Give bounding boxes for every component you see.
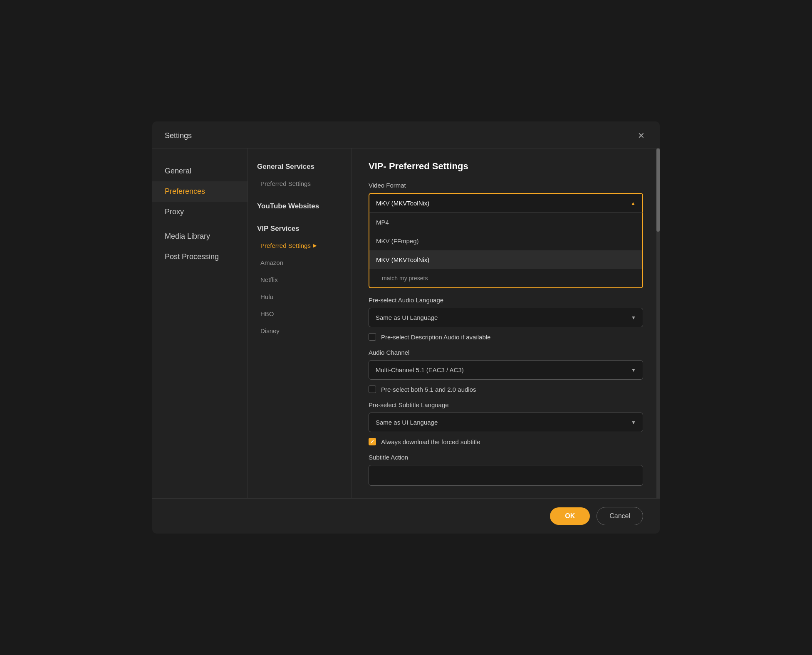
main-content: General Preferences Proxy Media Library … — [152, 148, 660, 498]
mid-item-disney[interactable]: Disney — [248, 322, 352, 339]
forced-subtitle-checkbox[interactable] — [369, 438, 376, 445]
sidebar-mid: General Services Preferred Settings YouT… — [248, 148, 352, 498]
settings-dialog: Settings ✕ General Preferences Proxy Med… — [152, 121, 660, 534]
mid-item-preferred-settings-vip[interactable]: Preferred Settings — [248, 237, 352, 254]
title-bar: Settings ✕ — [152, 121, 660, 148]
mid-item-preferred-settings-gen[interactable]: Preferred Settings — [248, 175, 352, 192]
sidebar-item-post-processing[interactable]: Post Processing — [152, 247, 248, 267]
audio-language-value: Same as UI Language — [376, 314, 438, 321]
close-button[interactable]: ✕ — [635, 131, 647, 141]
subtitle-language-label: Pre-select Subtitle Language — [369, 401, 643, 408]
audio-language-dropdown[interactable]: Same as UI Language ▼ — [369, 308, 643, 327]
section-youtube-websites: YouTube Websites — [248, 196, 352, 215]
video-format-selected-value: MKV (MKVToolNix) — [376, 200, 429, 207]
preselect-51-20-label: Pre-select both 5.1 and 2.0 audios — [381, 386, 476, 393]
description-audio-label: Pre-select Description Audio if availabl… — [381, 334, 490, 341]
video-format-label: Video Format — [369, 182, 643, 189]
dialog-title: Settings — [165, 131, 192, 140]
video-format-dropdown[interactable]: MKV (MKVToolNix) ▲ MP4 MKV (FFmpeg) MKV … — [369, 193, 643, 288]
option-mp4[interactable]: MP4 — [369, 213, 642, 232]
video-format-options-list: MP4 MKV (FFmpeg) MKV (MKVToolNix) match … — [369, 213, 643, 288]
subtitle-language-value: Same as UI Language — [376, 419, 438, 426]
subtitle-language-dropdown[interactable]: Same as UI Language ▼ — [369, 413, 643, 432]
content-title: VIP- Preferred Settings — [369, 161, 643, 172]
option-match-presets[interactable]: match my presets — [369, 269, 642, 287]
preselect-51-20-checkbox[interactable] — [369, 386, 376, 393]
option-mkv-mkvtoolnix[interactable]: MKV (MKVToolNix) — [369, 250, 642, 269]
mid-item-hulu[interactable]: Hulu — [248, 288, 352, 305]
audio-channel-arrow-icon: ▼ — [631, 367, 636, 373]
ok-button[interactable]: OK — [550, 507, 590, 525]
dialog-footer: OK Cancel — [152, 498, 660, 534]
forced-subtitle-label: Always download the forced subtitle — [381, 438, 480, 445]
sidebar-left: General Preferences Proxy Media Library … — [152, 148, 248, 498]
content-right: VIP- Preferred Settings Video Format MKV… — [352, 148, 660, 498]
mid-item-netflix[interactable]: Netflix — [248, 271, 352, 288]
audio-language-arrow-icon: ▼ — [631, 315, 636, 321]
audio-language-label: Pre-select Audio Language — [369, 297, 643, 304]
dropdown-up-arrow-icon: ▲ — [631, 200, 636, 206]
subtitle-language-arrow-icon: ▼ — [631, 420, 636, 425]
audio-channel-label: Audio Channel — [369, 349, 643, 356]
forced-subtitle-row[interactable]: Always download the forced subtitle — [369, 438, 643, 445]
section-general-services: General Services — [248, 157, 352, 175]
sidebar-item-preferences[interactable]: Preferences — [152, 181, 248, 202]
audio-channel-dropdown[interactable]: Multi-Channel 5.1 (EAC3 / AC3) ▼ — [369, 360, 643, 380]
sidebar-item-general[interactable]: General — [152, 161, 248, 181]
scrollbar-track — [656, 148, 660, 498]
preselect-51-20-row[interactable]: Pre-select both 5.1 and 2.0 audios — [369, 386, 643, 393]
video-format-dropdown-header[interactable]: MKV (MKVToolNix) ▲ — [369, 193, 643, 213]
cancel-button[interactable]: Cancel — [597, 507, 643, 525]
section-vip-services: VIP Services — [248, 219, 352, 237]
option-mkv-ffmpeg[interactable]: MKV (FFmpeg) — [369, 232, 642, 250]
scrollbar-thumb[interactable] — [656, 148, 660, 232]
mid-item-amazon[interactable]: Amazon — [248, 254, 352, 271]
description-audio-row[interactable]: Pre-select Description Audio if availabl… — [369, 333, 643, 341]
sidebar-item-proxy[interactable]: Proxy — [152, 202, 248, 222]
subtitle-action-dropdown[interactable] — [369, 465, 643, 486]
sidebar-item-media-library[interactable]: Media Library — [152, 226, 248, 247]
mid-item-hbo[interactable]: HBO — [248, 305, 352, 322]
description-audio-checkbox[interactable] — [369, 333, 376, 341]
subtitle-action-label: Subtitle Action — [369, 454, 643, 461]
audio-channel-value: Multi-Channel 5.1 (EAC3 / AC3) — [376, 366, 464, 373]
